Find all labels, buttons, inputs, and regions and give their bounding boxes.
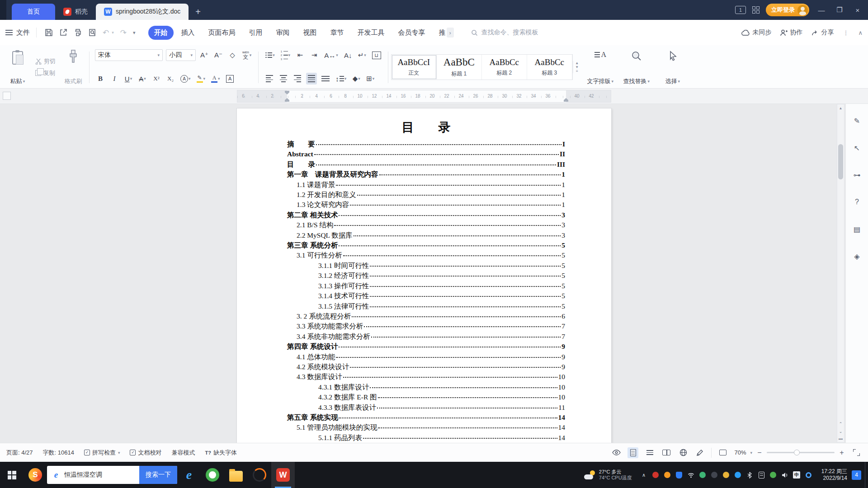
- subscript-button[interactable]: X₂: [165, 73, 176, 84]
- taskbar-search-text[interactable]: 恒温恒湿空调: [64, 471, 139, 479]
- font-size-select[interactable]: 小四▾: [166, 49, 196, 61]
- vertical-scrollbar-thumb[interactable]: [838, 144, 843, 179]
- toc-entry[interactable]: 目 录III: [237, 160, 611, 169]
- save-button[interactable]: [45, 28, 53, 37]
- sort-button[interactable]: A↓: [343, 49, 354, 61]
- browser-ring-tray-icon[interactable]: [805, 471, 812, 479]
- toc-entry[interactable]: 3.3 系统功能需求分析7: [237, 321, 611, 331]
- previous-page-icon[interactable]: ⌃: [839, 422, 843, 426]
- missing-font-warning[interactable]: T? 缺失字体: [205, 449, 236, 457]
- more-menu-icon[interactable]: ⋮: [843, 29, 849, 36]
- minimize-button[interactable]: —: [816, 6, 827, 14]
- style-gallery-more-icon[interactable]: ≡: [573, 69, 581, 73]
- tab-home[interactable]: 首页: [12, 4, 55, 20]
- text-layout-button[interactable]: A 文字排版▾: [584, 48, 617, 86]
- security-ball-tray-icon[interactable]: [664, 471, 671, 479]
- font-color-button[interactable]: A▾: [210, 73, 222, 84]
- toc-entry[interactable]: 1.3 论文研究内容1: [237, 200, 611, 210]
- netdisk-tray-icon[interactable]: [722, 471, 730, 479]
- export-button[interactable]: [59, 28, 67, 37]
- menu-tab-8[interactable]: 开发工具: [352, 26, 391, 40]
- style-item-正文[interactable]: AaBbCcI正文: [392, 55, 437, 80]
- page-indicator[interactable]: 页面: 4/27: [6, 449, 33, 457]
- collapse-ribbon-icon[interactable]: ∧: [858, 29, 863, 36]
- word-count[interactable]: 字数: 10614: [43, 449, 74, 457]
- command-search[interactable]: 查找命令、搜索模板: [471, 28, 738, 37]
- zoom-slider[interactable]: [767, 452, 835, 453]
- collaborate-button[interactable]: 协作: [780, 28, 802, 37]
- toc-entry[interactable]: 4.3.1 数据库设计10: [237, 382, 611, 392]
- ruler-corner-box[interactable]: [3, 92, 11, 100]
- bluetooth-icon[interactable]: [746, 471, 754, 479]
- toc-entry[interactable]: 4.3.2 数据库 E-R 图10: [237, 392, 611, 402]
- toc-entry[interactable]: 3.1 可行性分析5: [237, 250, 611, 260]
- superscript-button[interactable]: X²: [151, 73, 162, 84]
- read-mode-icon[interactable]: ⊶: [850, 168, 864, 182]
- tab-docer[interactable]: 稻壳: [55, 4, 96, 20]
- menu-tab-3[interactable]: 页面布局: [203, 26, 241, 40]
- menu-tab-7[interactable]: 章节: [325, 26, 350, 40]
- file-explorer-button[interactable]: [224, 462, 248, 488]
- pinyin-guide-icon[interactable]: wén文▾: [241, 49, 253, 61]
- status-green-tray-icon[interactable]: [769, 471, 777, 479]
- scrollbar-more-icon[interactable]: •••: [839, 437, 843, 441]
- close-button[interactable]: ×: [852, 6, 863, 14]
- paste-button[interactable]: 粘贴▾: [5, 48, 31, 86]
- apps-grid-icon[interactable]: [752, 6, 760, 14]
- style-item-标题 3[interactable]: AaBbCc标题 3: [527, 55, 572, 80]
- taskbar-search-button[interactable]: 搜索一下: [139, 466, 177, 484]
- toc-entry[interactable]: 3.1.3 操作可行性5: [237, 281, 611, 291]
- decrease-indent-icon[interactable]: ⇤: [295, 49, 306, 61]
- web-view-icon[interactable]: [678, 447, 689, 458]
- green-browser-button[interactable]: [201, 462, 224, 488]
- restore-button[interactable]: ❐: [834, 6, 845, 14]
- spell-check-toggle[interactable]: ✓ 拼写检查 ▾: [84, 449, 120, 457]
- hidden-icons-chevron[interactable]: ∧: [640, 471, 648, 479]
- toc-entry[interactable]: 4.3.3 数据库表设计11: [237, 403, 611, 413]
- next-page-icon[interactable]: ⌄: [839, 429, 843, 434]
- select-cursor-icon[interactable]: ↖: [850, 141, 864, 155]
- toc-entry[interactable]: 3. 2 系统流程分析6: [237, 311, 611, 321]
- pc-manager-tray-icon[interactable]: [675, 471, 683, 479]
- print-preview-button[interactable]: [88, 28, 96, 37]
- scroll-up-icon[interactable]: ▲: [837, 104, 844, 112]
- share-button[interactable]: 分享: [811, 28, 834, 37]
- bold-button[interactable]: B: [95, 73, 106, 84]
- clear-format-icon[interactable]: ◇: [227, 49, 238, 61]
- ink-pen-icon[interactable]: [694, 447, 705, 458]
- hamburger-icon[interactable]: [5, 30, 13, 35]
- font-name-select[interactable]: 宋体▾: [95, 49, 163, 61]
- input-method-icon[interactable]: 中: [793, 471, 801, 479]
- zoom-caret-icon[interactable]: ▾: [750, 450, 752, 455]
- notes-icon[interactable]: ▤: [850, 222, 864, 236]
- zoom-slider-thumb[interactable]: [794, 450, 800, 455]
- borders-button[interactable]: ⊞▾: [365, 73, 376, 84]
- toc-entry[interactable]: 5.1.1 药品列表14: [237, 433, 611, 443]
- toc-entry[interactable]: 3.4 系统非功能需求分析7: [237, 332, 611, 342]
- wifi-icon[interactable]: [687, 471, 695, 479]
- toc-entry[interactable]: 3.1.2 经济可行性5: [237, 271, 611, 281]
- justify-button[interactable]: [306, 73, 317, 84]
- menu-tab-4[interactable]: 引用: [243, 26, 269, 40]
- style-item-标题 2[interactable]: AaBbCc标题 2: [482, 55, 527, 80]
- eye-protect-icon[interactable]: [611, 447, 622, 458]
- notification-badge[interactable]: 4: [852, 470, 861, 480]
- weather-cpu-widget[interactable]: 27°C 多云 74°C CPU温度: [580, 469, 636, 481]
- align-center-button[interactable]: [278, 73, 289, 84]
- toc-entry[interactable]: 4.2 系统模块设计9: [237, 362, 611, 372]
- toc-entry[interactable]: 3.1.5 法律可行性5: [237, 301, 611, 311]
- game-app-button[interactable]: [248, 462, 271, 488]
- toc-entry[interactable]: 第五章 系统实现14: [237, 413, 611, 422]
- s-browser-button[interactable]: S: [24, 462, 47, 488]
- outline-view-icon[interactable]: [644, 447, 655, 458]
- fullscreen-icon[interactable]: [851, 447, 862, 458]
- cut-button[interactable]: 剪切: [35, 57, 56, 66]
- compatibility-mode-label[interactable]: 兼容模式: [171, 449, 195, 457]
- first-line-indent-marker[interactable]: [285, 91, 289, 94]
- taskbar-clock[interactable]: 17:22 周三 2022/9/14: [817, 468, 852, 482]
- toc-entry[interactable]: AbstractII: [237, 149, 611, 159]
- menu-tabs-overflow-icon[interactable]: ›: [447, 28, 454, 38]
- print-button[interactable]: [74, 28, 82, 37]
- toc-entry[interactable]: 3.1.4 技术可行性5: [237, 291, 611, 301]
- volume-icon[interactable]: [781, 471, 789, 479]
